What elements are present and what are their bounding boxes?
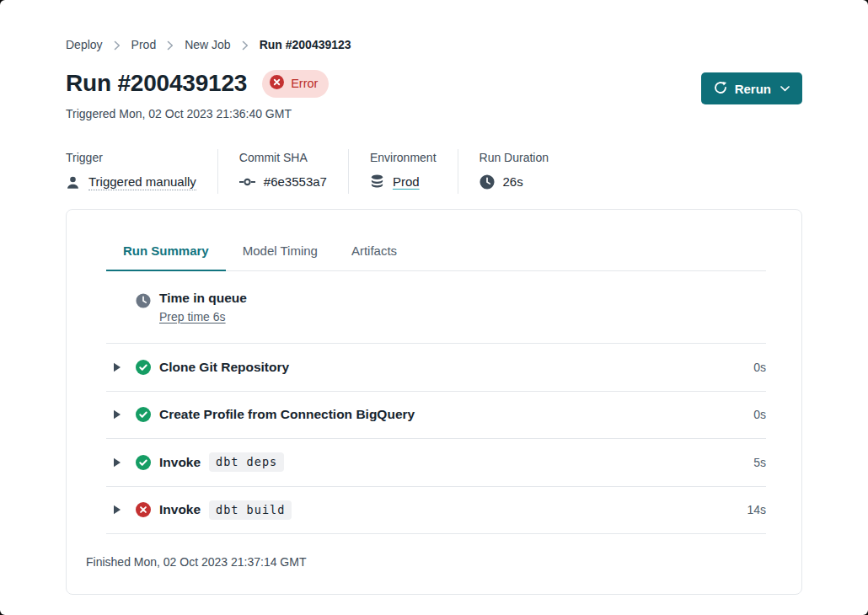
person-icon (66, 175, 80, 190)
step-duration: 5s (753, 456, 766, 469)
status-badge-label: Error (291, 77, 318, 91)
step-title: Create Profile from Connection BigQuery (159, 407, 415, 422)
step-title: Invoke dbt build (159, 500, 292, 520)
meta-value: #6e3553a7 (264, 174, 327, 190)
command-chip: dbt deps (209, 452, 284, 472)
rerun-button-label: Rerun (735, 82, 771, 96)
finished-timestamp: Finished Mon, 02 Oct 2023 21:37:14 GMT (67, 534, 801, 594)
step-duration: 14s (747, 503, 766, 516)
step-duration: 0s (753, 361, 766, 374)
meta-label: Commit SHA (239, 151, 327, 164)
prep-time-link[interactable]: Prep time 6s (159, 310, 226, 324)
status-badge: Error (262, 70, 329, 98)
check-circle-icon (136, 360, 151, 375)
run-summary-card: Run SummaryModel TimingArtifacts Time in… (66, 209, 802, 595)
breadcrumb-item-deploy[interactable]: Deploy (66, 38, 103, 51)
page-title: Run #200439123 (66, 69, 247, 98)
step-title: Clone Git Repository (159, 360, 289, 375)
step-row: Invoke dbt build14s (106, 487, 766, 535)
meta-value[interactable]: Prod (393, 174, 420, 190)
meta-col-commit-sha: Commit SHA#6e3553a7 (218, 149, 349, 194)
refresh-icon (714, 81, 727, 97)
chevron-down-icon[interactable] (780, 86, 790, 92)
caret-right-icon[interactable] (113, 505, 121, 515)
tab-artifacts[interactable]: Artifacts (335, 243, 414, 271)
chevron-right-icon (167, 40, 174, 51)
meta-label: Trigger (66, 151, 196, 164)
x-circle-icon (136, 502, 151, 517)
run-detail-page: DeployProdNew JobRun #200439123 Run #200… (0, 0, 868, 615)
commit-icon (239, 177, 255, 187)
step-row: Clone Git Repository0s (106, 344, 766, 392)
breadcrumb-item-run-200439123: Run #200439123 (260, 38, 351, 51)
meta-col-trigger: TriggerTriggered manually (66, 149, 218, 194)
meta-label: Run Duration (480, 151, 549, 164)
step-title: Invoke dbt deps (159, 452, 284, 472)
meta-label: Environment (370, 151, 437, 164)
time-in-queue-row: Time in queue Prep time 6s (106, 271, 766, 344)
step-list: Time in queue Prep time 6s Clone Git Rep… (106, 271, 766, 534)
triggered-timestamp: Triggered Mon, 02 Oct 2023 21:36:40 GMT (66, 107, 329, 120)
meta-col-environment: EnvironmentProd (349, 149, 458, 194)
meta-value: 26s (503, 174, 523, 190)
rerun-button[interactable]: Rerun (701, 72, 802, 104)
chevron-right-icon (242, 40, 249, 51)
step-duration: 0s (753, 408, 766, 421)
run-metadata-strip: TriggerTriggered manuallyCommit SHA#6e35… (66, 149, 802, 194)
caret-right-icon[interactable] (113, 409, 121, 420)
meta-value[interactable]: Triggered manually (88, 174, 196, 190)
tab-run-summary[interactable]: Run Summary (106, 243, 226, 271)
breadcrumb-item-new-job[interactable]: New Job (185, 38, 230, 51)
tab-model-timing[interactable]: Model Timing (226, 243, 335, 271)
clock-icon (136, 293, 151, 308)
queue-title: Time in queue (159, 291, 247, 306)
command-chip: dbt build (209, 500, 292, 520)
step-row: Invoke dbt deps5s (106, 439, 766, 487)
breadcrumb-item-prod[interactable]: Prod (131, 38, 157, 51)
check-circle-icon (136, 407, 151, 422)
database-icon (370, 174, 384, 189)
caret-right-icon[interactable] (113, 362, 121, 372)
caret-right-icon[interactable] (113, 457, 121, 468)
check-circle-icon (136, 455, 151, 470)
tab-bar: Run SummaryModel TimingArtifacts (106, 243, 766, 271)
breadcrumb: DeployProdNew JobRun #200439123 (66, 0, 802, 51)
page-header: Run #200439123 Error Triggered Mon, 02 O… (66, 69, 802, 120)
step-row: Create Profile from Connection BigQuery0… (106, 392, 766, 440)
chevron-right-icon (114, 40, 121, 51)
error-circle-icon (270, 75, 284, 93)
clock-icon (480, 174, 495, 190)
meta-col-run-duration: Run Duration26s (458, 149, 571, 194)
